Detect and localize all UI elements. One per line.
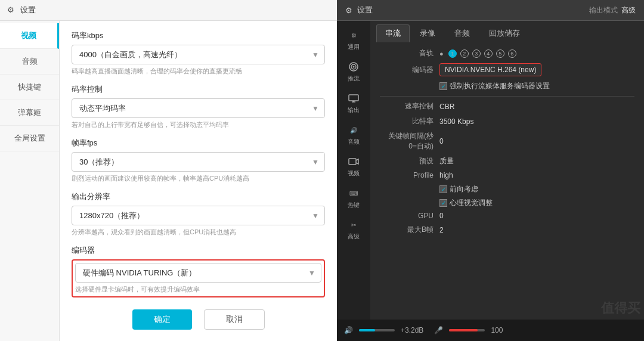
track-2[interactable]: 2 [460, 49, 469, 58]
track-6[interactable]: 6 [508, 49, 516, 58]
left-header: ⚙ 设置 [0, 0, 337, 21]
left-body: 视频 音频 快捷键 弹幕姬 全局设置 码率kbps 4000（白金画质，高速光纤… [0, 21, 337, 341]
audio-track-label: 音轨 [380, 48, 434, 58]
right-settings-icon: ⚙ [345, 6, 352, 15]
svg-point-2 [353, 66, 355, 68]
resolution-dropdown[interactable]: 1280x720（推荐） [72, 206, 325, 225]
right-sidebar-output[interactable]: 输出 [337, 89, 370, 118]
right-rate-control-value: CBR [439, 103, 634, 111]
tab-audio[interactable]: 音频 [445, 24, 479, 42]
output-label: 输出 [348, 106, 360, 114]
rate-control-row: 速率控制 CBR [380, 101, 634, 111]
tab-record[interactable]: 录像 [411, 24, 444, 42]
encoder-label: 编码器 [72, 245, 325, 256]
right-header-mode: 输出模式 高级 [589, 5, 636, 16]
track-1[interactable]: 1 [448, 49, 457, 58]
sidebar-item-danmaku[interactable]: 弹幕姬 [0, 100, 59, 126]
track-4[interactable]: 4 [484, 49, 493, 58]
vol-slider-track[interactable] [359, 329, 395, 331]
divider-1 [380, 96, 634, 97]
track-3[interactable]: 3 [472, 49, 481, 58]
sidebar-item-audio[interactable]: 音频 [0, 49, 59, 75]
sidebar-item-video[interactable]: 视频 [0, 23, 59, 49]
svg-rect-3 [349, 95, 358, 101]
tab-stream[interactable]: 串流 [376, 24, 410, 42]
psycho-label: 心理视觉调整 [450, 198, 493, 208]
encoder-dropdown[interactable]: 硬件编码 NVIDIA TURING（新） [75, 263, 321, 283]
mic-slider-track[interactable] [449, 329, 485, 331]
track-circles: ● 1 2 3 4 5 6 [439, 49, 516, 58]
right-body: ⚙ 通用 推流 [337, 21, 644, 320]
right-main: 音轨 ● 1 2 3 4 5 6 编码器 NVIDIA NVENC H.264 … [370, 42, 644, 320]
right-bitrate-value: 3500 Kbps [439, 117, 634, 126]
right-sidebar-video[interactable]: 视频 [337, 152, 370, 181]
settings-icon: ⚙ [7, 5, 17, 15]
right-sidebar-advanced[interactable]: ✂ 高级 [337, 215, 370, 244]
sidebar-item-hotkey[interactable]: 快捷键 [0, 75, 59, 100]
bottom-bar: 🔊 +3.2dB 🎤 100 [337, 320, 644, 341]
enforce-checkbox-item[interactable]: 强制执行流媒体服务编码器设置 [439, 81, 550, 91]
left-sidebar: 视频 音频 快捷键 弹幕姬 全局设置 [0, 21, 60, 341]
vol-slider-fill [359, 329, 375, 331]
profile-label: Profile [380, 171, 434, 179]
sidebar-item-global[interactable]: 全局设置 [0, 126, 59, 151]
preset-row: 预设 质量 [380, 156, 634, 166]
encoder-dropdown-wrap: 硬件编码 NVIDIA TURING（新） ▼ [75, 263, 321, 283]
track-icon: ● [439, 50, 444, 57]
video-label: 视频 [348, 169, 360, 178]
bitrate-dropdown[interactable]: 4000（白金画质，高速光纤） [72, 45, 325, 64]
rate-control-hint: 若对自己的上行带宽有足够自信，可选择动态平均码率 [72, 120, 325, 129]
right-sidebar-general[interactable]: ⚙ 通用 [337, 26, 370, 55]
lookahead-row: 前向考虑 [439, 184, 634, 194]
bitrate-dropdown-wrap: 4000（白金画质，高速光纤） ▼ [72, 45, 325, 64]
gpu-label: GPU [380, 212, 434, 220]
right-content-area: 串流 录像 音频 回放储存 音轨 ● 1 [370, 21, 644, 320]
right-sidebar-stream[interactable]: 推流 [337, 57, 370, 86]
bframes-row: 最大B帧 2 [380, 225, 634, 235]
encoder-highlighted-box: 硬件编码 NVIDIA TURING（新） ▼ 选择硬件显卡编码时，可有效提升编… [72, 259, 325, 297]
fps-dropdown[interactable]: 30（推荐） [72, 152, 325, 172]
confirm-button[interactable]: 确定 [132, 309, 192, 330]
keyframe-value: 0 [439, 137, 634, 145]
general-icon: ⚙ [348, 29, 360, 41]
right-bitrate-label: 比特率 [380, 116, 434, 126]
psycho-checkbox[interactable] [439, 199, 447, 207]
lookahead-checkbox[interactable] [439, 185, 447, 193]
enforce-label: 强制执行流媒体服务编码器设置 [450, 81, 550, 91]
track-5[interactable]: 5 [496, 49, 504, 58]
cancel-button[interactable]: 取消 [204, 309, 265, 330]
tab-replay[interactable]: 回放储存 [480, 24, 529, 42]
mic-icon: 🎤 [434, 326, 443, 334]
bframes-label: 最大B帧 [380, 225, 434, 235]
preset-label: 预设 [380, 156, 434, 166]
lookahead-checkbox-item[interactable]: 前向考虑 [439, 184, 478, 194]
mic-slider-fill [449, 329, 478, 331]
rate-control-dropdown[interactable]: 动态平均码率 [72, 98, 325, 118]
right-sidebar-audio[interactable]: 🔊 音频 [337, 120, 370, 150]
psycho-checkbox-item[interactable]: 心理视觉调整 [439, 198, 493, 208]
stream-icon [348, 61, 360, 73]
right-panel: ⚙ 设置 输出模式 高级 ⚙ 通用 推流 [337, 0, 644, 341]
gpu-value: 0 [439, 212, 634, 220]
right-header: ⚙ 设置 输出模式 高级 [337, 0, 644, 21]
right-sidebar-hotkey[interactable]: ⌨ 热键 [337, 184, 370, 213]
vol-icon: 🔊 [344, 326, 353, 334]
rate-control-label: 码率控制 [72, 84, 325, 95]
general-label: 通用 [348, 43, 360, 51]
svg-rect-6 [349, 159, 356, 165]
enforce-checkbox[interactable] [439, 82, 447, 90]
right-rate-control-label: 速率控制 [380, 101, 434, 111]
footer-buttons: 确定 取消 [72, 300, 325, 337]
right-nav: 串流 录像 音频 回放储存 [370, 21, 644, 42]
gpu-row: GPU 0 [380, 212, 634, 220]
resolution-label: 输出分辨率 [72, 191, 325, 202]
lookahead-label: 前向考虑 [450, 184, 478, 194]
bitrate-hint: 码率越高直播画面越清晰，合理的码率会使你的直播更流畅 [72, 67, 325, 76]
profile-value: high [439, 171, 634, 179]
preset-value: 质量 [439, 156, 634, 166]
hotkey-icon: ⌨ [348, 187, 360, 199]
mode-label: 输出模式 [589, 5, 618, 16]
fps-dropdown-wrap: 30（推荐） ▼ [72, 152, 325, 172]
output-icon [348, 92, 360, 104]
advanced-icon: ✂ [348, 219, 360, 231]
